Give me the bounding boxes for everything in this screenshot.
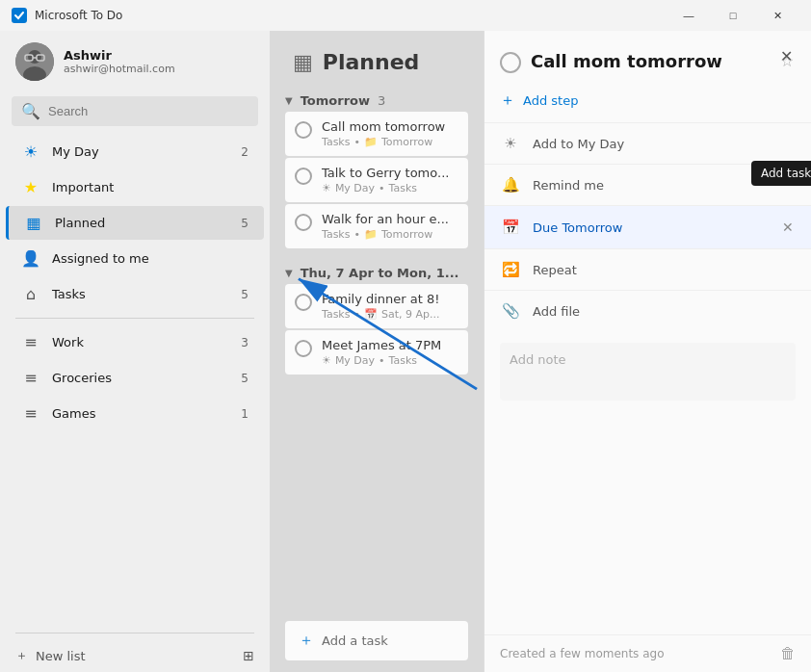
due-tomorrow-remove-button[interactable]: ✕ xyxy=(780,218,796,237)
task-info: Talk to Gerry tomo... ☀ My Day • Tasks xyxy=(322,166,458,194)
task-meta: ☀ My Day • Tasks xyxy=(322,354,458,367)
sidebar-item-count: 5 xyxy=(241,288,249,301)
sidebar-item-label: Groceries xyxy=(52,371,229,385)
paperclip-icon: 📎 xyxy=(500,302,521,320)
note-placeholder: Add note xyxy=(510,352,566,367)
planned-icon: ▦ xyxy=(24,214,43,232)
task-item[interactable]: Walk for an hour e... Tasks • 📁 Tomorrow xyxy=(285,204,468,248)
new-list-label: New list xyxy=(36,649,86,663)
user-section[interactable]: Ashwir ashwir@hotmail.com xyxy=(0,31,270,92)
add-step-row[interactable]: ＋ Add step xyxy=(484,85,811,122)
task-info: Call mom tomorrow Tasks • 📁 Tomorrow xyxy=(322,119,458,148)
detail-task-header: Call mom tomorrow ☆ xyxy=(484,31,811,85)
new-list-icon: ⊞ xyxy=(243,648,254,663)
task-complete-button[interactable] xyxy=(295,340,312,357)
sidebar-item-label: Games xyxy=(52,406,229,421)
sidebar-item-assigned[interactable]: 👤 Assigned to me xyxy=(6,242,264,275)
sidebar-item-planned[interactable]: ▦ Planned 5 xyxy=(6,206,264,240)
task-item[interactable]: Talk to Gerry tomo... ☀ My Day • Tasks xyxy=(285,158,468,202)
repeat-icon: 🔁 xyxy=(500,261,521,278)
detail-panel: ✕ Call mom tomorrow ☆ ＋ Add step ☀ Add t… xyxy=(484,31,811,672)
planned-title: Planned xyxy=(323,50,420,74)
sun-icon: ☀ xyxy=(500,135,521,152)
sidebar-item-label: Planned xyxy=(55,216,229,230)
task-info: Family dinner at 8! Tasks • 📅 Sat, 9 Ap.… xyxy=(322,292,458,321)
task-meta: ☀ My Day • Tasks xyxy=(322,182,458,194)
task-item[interactable]: Call mom tomorrow Tasks • 📁 Tomorrow xyxy=(285,112,468,156)
sidebar-item-groceries[interactable]: ≡ Groceries 5 xyxy=(6,361,264,395)
planned-header: ▦ Planned xyxy=(270,31,484,86)
chevron-down-icon: ▼ xyxy=(285,268,293,278)
sidebar-item-important[interactable]: ★ Important xyxy=(6,170,264,204)
person-icon: 👤 xyxy=(21,249,40,268)
sidebar-item-label: Assigned to me xyxy=(52,251,249,266)
task-title: Talk to Gerry tomo... xyxy=(322,166,458,180)
task-complete-button[interactable] xyxy=(295,214,312,231)
task-item[interactable]: Meet James at 7PM ☀ My Day • Tasks xyxy=(285,330,468,375)
sidebar-item-my-day[interactable]: ☀ My Day 2 xyxy=(6,135,264,168)
sidebar-item-count: 1 xyxy=(241,407,249,421)
task-complete-button[interactable] xyxy=(295,121,312,139)
user-email: ashwir@hotmail.com xyxy=(64,63,254,75)
due-tomorrow-label: Due Tomorrow xyxy=(533,220,769,235)
add-to-my-day-row[interactable]: ☀ Add to My Day xyxy=(484,122,811,164)
task-complete-button[interactable] xyxy=(295,168,312,185)
titlebar: Microsoft To Do — □ ✕ xyxy=(0,0,811,31)
sidebar-item-games[interactable]: ≡ Games 1 xyxy=(6,397,264,430)
sidebar-item-count: 3 xyxy=(241,336,249,349)
tooltip-text: Add task to My Day xyxy=(761,167,811,180)
close-button[interactable]: ✕ xyxy=(755,0,799,31)
task-complete-button[interactable] xyxy=(295,294,312,311)
task-complete-toggle[interactable] xyxy=(500,52,521,73)
task-title: Meet James at 7PM xyxy=(322,338,458,352)
group-thu-apr[interactable]: ▼ Thu, 7 Apr to Mon, 1... xyxy=(285,258,468,284)
content-area: ▦ Planned ▼ Tomorrow 3 Call mom tomorrow… xyxy=(270,31,811,672)
repeat-row[interactable]: 🔁 Repeat xyxy=(484,248,811,290)
add-note-field[interactable]: Add note xyxy=(500,343,796,401)
svg-point-2 xyxy=(28,50,41,64)
star-icon: ★ xyxy=(21,178,40,196)
svg-rect-0 xyxy=(12,8,27,23)
maximize-button[interactable]: □ xyxy=(711,0,755,31)
add-task-button[interactable]: ＋ Add a task xyxy=(285,621,468,660)
sidebar-item-label: Tasks xyxy=(52,287,229,301)
created-timestamp: Created a few moments ago xyxy=(500,647,665,660)
group-count: 3 xyxy=(378,93,385,108)
app-title: Microsoft To Do xyxy=(35,9,122,22)
search-input[interactable] xyxy=(48,104,249,118)
sidebar-item-count: 5 xyxy=(241,372,249,385)
task-title: Family dinner at 8! xyxy=(322,292,458,306)
group-label: Tomorrow xyxy=(301,93,370,108)
task-meta: Tasks • 📅 Sat, 9 Ap... xyxy=(322,308,458,321)
task-item[interactable]: Family dinner at 8! Tasks • 📅 Sat, 9 Ap.… xyxy=(285,284,468,328)
sidebar-item-tasks[interactable]: ⌂ Tasks 5 xyxy=(6,277,264,311)
titlebar-left: Microsoft To Do xyxy=(12,8,122,23)
sidebar-item-count: 2 xyxy=(241,145,249,159)
add-file-row[interactable]: 📎 Add file xyxy=(484,290,811,331)
window-controls: — □ ✕ xyxy=(667,0,799,31)
chevron-down-icon: ▼ xyxy=(285,95,293,106)
list-icon: ≡ xyxy=(21,369,40,387)
group-tomorrow[interactable]: ▼ Tomorrow 3 xyxy=(285,86,468,112)
add-to-my-day-label: Add to My Day xyxy=(533,137,796,151)
add-task-label: Add a task xyxy=(322,633,388,648)
avatar xyxy=(15,42,54,81)
new-list-button[interactable]: ＋ New list ⊞ xyxy=(0,639,270,672)
detail-footer: Created a few moments ago 🗑 xyxy=(484,634,811,672)
minimize-button[interactable]: — xyxy=(667,0,711,31)
task-title: Call mom tomorrow xyxy=(322,119,458,134)
sidebar-item-work[interactable]: ≡ Work 3 xyxy=(6,325,264,359)
planned-panel: ▦ Planned ▼ Tomorrow 3 Call mom tomorrow… xyxy=(270,31,484,672)
sidebar-divider xyxy=(15,318,254,319)
add-step-label: Add step xyxy=(523,93,578,108)
delete-task-button[interactable]: 🗑 xyxy=(780,645,796,662)
task-title: Walk for an hour e... xyxy=(322,212,458,226)
group-label: Thu, 7 Apr to Mon, 1... xyxy=(301,266,459,280)
due-tomorrow-row[interactable]: 📅 Due Tomorrow ✕ xyxy=(484,205,811,248)
search-box[interactable]: 🔍 xyxy=(12,96,258,126)
detail-close-button[interactable]: ✕ xyxy=(772,42,799,69)
main-layout: Ashwir ashwir@hotmail.com 🔍 ☀ My Day 2 ★… xyxy=(0,31,811,672)
user-name: Ashwir xyxy=(64,48,254,63)
task-info: Meet James at 7PM ☀ My Day • Tasks xyxy=(322,338,458,367)
sidebar: Ashwir ashwir@hotmail.com 🔍 ☀ My Day 2 ★… xyxy=(0,31,270,672)
